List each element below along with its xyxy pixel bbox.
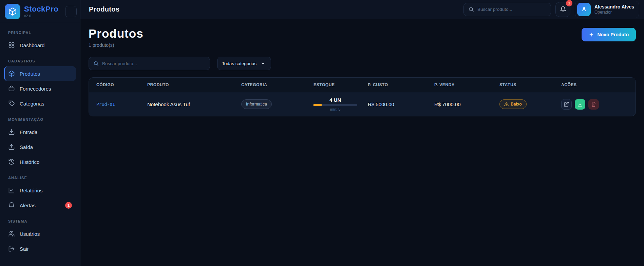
- sidebar-nav: Principal Dashboard Cadastros Produtos: [0, 23, 80, 266]
- sidebar-item-saida[interactable]: Saída: [4, 139, 76, 154]
- col-status: Status: [492, 78, 554, 92]
- section-sistema: Sistema: [8, 219, 72, 223]
- product-search-input[interactable]: [102, 61, 205, 66]
- main-area: Produtos 1 A Alessandro: [80, 0, 644, 266]
- col-produto: Produto: [140, 78, 234, 92]
- category-select-value: Todas categorias: [222, 61, 257, 66]
- col-categoria: Categoria: [234, 78, 306, 92]
- category-select[interactable]: Todas categorias: [217, 57, 271, 70]
- stock-in-button[interactable]: [575, 99, 585, 110]
- app-name: StockPro: [24, 5, 58, 14]
- section-principal: Principal: [8, 31, 72, 35]
- app-version: v2.0: [24, 14, 58, 18]
- col-custo: P. Custo: [360, 78, 427, 92]
- col-venda: P. Venda: [427, 78, 492, 92]
- sidebar-item-label: Relatórios: [20, 188, 43, 193]
- col-acoes: Ações: [554, 78, 636, 92]
- product-count: 1 produto(s): [89, 42, 144, 48]
- sidebar-item-produtos[interactable]: Produtos: [4, 66, 76, 81]
- stock-quantity: 4 UN: [329, 97, 341, 103]
- edit-button[interactable]: [561, 99, 572, 110]
- stock-progress-fill: [313, 104, 322, 106]
- sidebar-item-historico[interactable]: Histórico: [4, 154, 76, 169]
- section-analise: Análise: [8, 176, 72, 180]
- history-icon: [8, 158, 15, 165]
- dashboard-grid-icon: [8, 42, 15, 49]
- search-icon: [93, 61, 99, 66]
- sidebar-item-label: Saída: [20, 144, 33, 150]
- line-chart-icon: [8, 187, 15, 194]
- bell-icon: [560, 6, 566, 13]
- user-role: Operador: [594, 10, 634, 15]
- logout-icon: [8, 245, 15, 252]
- sidebar: StockPro v2.0 Principal Dashboard Cadast…: [0, 0, 80, 266]
- sidebar-item-label: Sair: [20, 246, 29, 252]
- sidebar-item-categorias[interactable]: Categorias: [4, 96, 76, 111]
- category-chip: Informatica: [241, 99, 272, 109]
- notification-count-badge: 1: [566, 0, 572, 6]
- stock-minimum: mín: 5: [330, 107, 341, 111]
- sidebar-item-usuarios[interactable]: Usuários: [4, 226, 76, 241]
- bell-icon: [8, 202, 15, 209]
- app-logo: StockPro v2.0: [5, 4, 70, 19]
- app-root: StockPro v2.0 Principal Dashboard Cadast…: [0, 0, 644, 266]
- table-header-row: Código Produto Categoria Estoque P. Cust…: [89, 78, 636, 92]
- notifications-button[interactable]: 1: [555, 2, 570, 17]
- stock-progress-bar: [313, 104, 357, 106]
- chevron-down-icon: [261, 61, 265, 66]
- topbar: Produtos 1 A Alessandro: [80, 0, 644, 19]
- cost-price: R$ 5000.00: [368, 101, 394, 107]
- tray-arrow-up-icon: [8, 144, 15, 150]
- sidebar-item-relatorios[interactable]: Relatórios: [4, 183, 76, 198]
- user-menu[interactable]: A Alessandro Alves Operador: [575, 1, 639, 18]
- users-icon: [8, 230, 15, 237]
- plus-icon: [589, 32, 594, 37]
- sidebar-item-label: Histórico: [20, 159, 39, 165]
- new-product-button[interactable]: Novo Produto: [582, 28, 636, 41]
- col-codigo: Código: [89, 78, 140, 92]
- product-code: Prod-01: [96, 102, 115, 107]
- topbar-search-input[interactable]: [477, 7, 546, 12]
- topbar-search: [463, 3, 551, 16]
- sidebar-item-alertas[interactable]: Alertas 1: [4, 198, 76, 213]
- section-cadastros: Cadastros: [8, 59, 72, 63]
- tray-arrow-down-icon: [8, 129, 15, 135]
- sidebar-item-fornecedores[interactable]: Fornecedores: [4, 81, 76, 96]
- sidebar-item-dashboard[interactable]: Dashboard: [4, 38, 76, 53]
- sidebar-item-entrada[interactable]: Entrada: [4, 125, 76, 139]
- sidebar-header: StockPro v2.0: [0, 0, 80, 23]
- content: Produtos 1 produto(s) Novo Produto: [80, 19, 644, 266]
- warning-triangle-icon: [504, 102, 509, 107]
- product-search: [89, 57, 210, 70]
- edit-pencil-icon: [564, 102, 569, 107]
- briefcase-icon: [8, 85, 15, 92]
- topbar-title: Produtos: [89, 5, 119, 13]
- user-name: Alessandro Alves: [594, 4, 634, 10]
- tag-icon: [8, 100, 15, 107]
- status-badge: Baixo: [499, 99, 527, 109]
- col-estoque: Estoque: [306, 78, 360, 92]
- cube-logo-icon: [5, 4, 20, 19]
- sidebar-item-label: Categorias: [20, 101, 44, 107]
- sidebar-item-label: Produtos: [20, 71, 40, 77]
- cube-icon: [8, 70, 15, 77]
- trash-icon: [591, 102, 596, 107]
- table-row: Prod-01 Notebook Asus Tuf Informatica 4 …: [89, 92, 636, 116]
- delete-button[interactable]: [588, 99, 599, 110]
- sale-price: R$ 7000.00: [434, 101, 461, 107]
- sidebar-item-label: Entrada: [20, 129, 38, 135]
- sidebar-item-label: Fornecedores: [20, 86, 51, 92]
- sidebar-item-label: Dashboard: [20, 42, 44, 48]
- filter-bar: Todas categorias: [89, 57, 636, 70]
- page-title: Produtos: [89, 27, 144, 40]
- tray-arrow-down-icon: [577, 102, 583, 107]
- product-name: Notebook Asus Tuf: [147, 101, 190, 107]
- alertas-count-badge: 1: [65, 202, 72, 209]
- sidebar-collapse-button[interactable]: [65, 6, 77, 17]
- search-icon: [468, 6, 474, 12]
- sidebar-item-sair[interactable]: Sair: [4, 241, 76, 256]
- avatar: A: [577, 3, 591, 16]
- section-movimentacao: Movimentação: [8, 117, 72, 121]
- sidebar-item-label: Alertas: [20, 203, 36, 208]
- products-table: Código Produto Categoria Estoque P. Cust…: [89, 77, 636, 116]
